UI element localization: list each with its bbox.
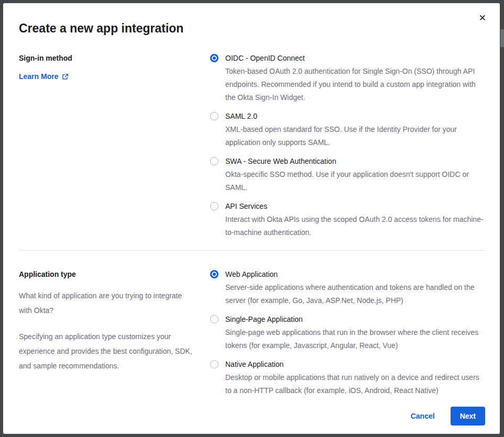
radio-option-api-services[interactable]: API Services Interact with Okta APIs usi…	[210, 201, 485, 239]
radio-icon[interactable]	[210, 54, 218, 62]
create-app-integration-modal: ✕ Create a new app integration Sign-in m…	[3, 3, 500, 434]
signin-method-options: OIDC - OpenID Connect Token-based OAuth …	[210, 53, 485, 239]
application-type-label: Application type	[19, 269, 197, 279]
radio-option-text: SAML 2.0 XML-based open standard for SSO…	[225, 111, 485, 149]
radio-option-label: Native Application	[225, 359, 485, 369]
radio-icon[interactable]	[210, 202, 218, 210]
radio-option-description: Server-side applications where authentic…	[225, 281, 485, 307]
next-button[interactable]: Next	[451, 407, 485, 425]
cancel-button[interactable]: Cancel	[411, 412, 435, 420]
learn-more-link[interactable]: Learn More	[19, 72, 69, 81]
radio-option-label: SAML 2.0	[225, 111, 485, 121]
application-type-left-column: Application type What kind of applicatio…	[19, 269, 197, 397]
background-page-fragment	[500, 29, 504, 47]
signin-method-left-column: Sign-in method Learn More	[19, 53, 197, 239]
learn-more-label: Learn More	[19, 72, 58, 81]
radio-option-label: OIDC - OpenID Connect	[225, 53, 485, 63]
signin-method-section: Sign-in method Learn More OIDC - OpenID …	[19, 53, 485, 239]
section-divider	[19, 250, 485, 251]
radio-option-web-application[interactable]: Web Application Server-side applications…	[210, 269, 485, 307]
radio-option-text: OIDC - OpenID Connect Token-based OAuth …	[225, 53, 485, 104]
radio-option-description: Token-based OAuth 2.0 authentication for…	[225, 65, 485, 104]
radio-option-saml[interactable]: SAML 2.0 XML-based open standard for SSO…	[210, 111, 485, 149]
radio-option-description: Desktop or mobile applications that run …	[225, 371, 485, 397]
radio-option-oidc[interactable]: OIDC - OpenID Connect Token-based OAuth …	[210, 53, 485, 104]
close-icon[interactable]: ✕	[479, 14, 486, 23]
radio-icon[interactable]	[210, 315, 218, 323]
radio-option-text: Web Application Server-side applications…	[225, 269, 485, 307]
radio-icon[interactable]	[210, 157, 218, 165]
radio-option-label: Web Application	[225, 269, 485, 279]
radio-option-text: Native Application Desktop or mobile app…	[225, 359, 485, 397]
radio-option-description: Single-page web applications that run in…	[225, 326, 485, 352]
radio-option-description: Interact with Okta APIs using the scoped…	[225, 213, 485, 239]
modal-footer: Cancel Next	[19, 397, 485, 425]
radio-option-description: XML-based open standard for SSO. Use if …	[225, 123, 485, 149]
external-link-icon	[62, 73, 69, 80]
signin-method-label: Sign-in method	[19, 53, 197, 63]
application-type-options: Web Application Server-side applications…	[210, 269, 485, 397]
radio-icon[interactable]	[210, 270, 218, 278]
radio-option-description: Okta-specific SSO method. Use if your ap…	[225, 168, 485, 194]
radio-option-text: API Services Interact with Okta APIs usi…	[225, 201, 485, 239]
radio-icon[interactable]	[210, 360, 218, 368]
radio-option-swa[interactable]: SWA - Secure Web Authentication Okta-spe…	[210, 156, 485, 194]
radio-option-label: SWA - Secure Web Authentication	[225, 156, 485, 166]
radio-option-text: Single-Page Application Single-page web …	[225, 314, 485, 352]
radio-option-native-application[interactable]: Native Application Desktop or mobile app…	[210, 359, 485, 397]
radio-option-label: API Services	[225, 201, 485, 211]
application-type-help-text: What kind of application are you trying …	[19, 288, 196, 318]
radio-option-text: SWA - Secure Web Authentication Okta-spe…	[225, 156, 485, 194]
application-type-section: Application type What kind of applicatio…	[19, 269, 485, 397]
radio-option-label: Single-Page Application	[225, 314, 485, 324]
radio-icon[interactable]	[210, 112, 218, 120]
radio-option-single-page-application[interactable]: Single-Page Application Single-page web …	[210, 314, 485, 352]
application-type-help-text: Specifying an application type customize…	[19, 329, 196, 373]
modal-title: Create a new app integration	[19, 21, 485, 36]
